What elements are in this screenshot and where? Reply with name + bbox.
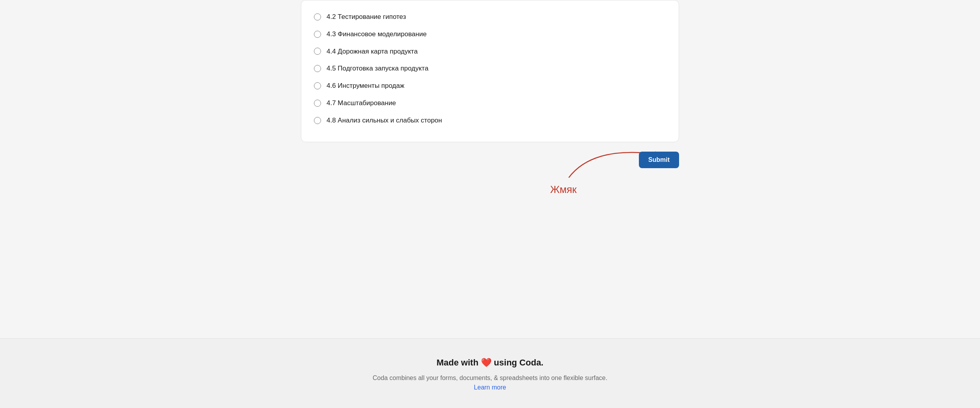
radio-label-opt44[interactable]: 4.4 Дорожная карта продукта [327, 47, 418, 56]
footer-description: Coda combines all your forms, documents,… [372, 373, 608, 392]
radio-input-opt46[interactable] [314, 82, 321, 89]
radio-item[interactable]: 4.2 Тестирование гипотез [314, 8, 666, 26]
radio-label-opt43[interactable]: 4.3 Финансовое моделирование [327, 30, 427, 39]
radio-item[interactable]: 4.4 Дорожная карта продукта [314, 43, 666, 60]
radio-input-opt45[interactable] [314, 65, 321, 72]
radio-label-opt45[interactable]: 4.5 Подготовка запуска продукта [327, 64, 429, 73]
footer-made-with-text: Made with ❤️ using Coda. [8, 358, 972, 368]
footer-description-text: Coda combines all your forms, documents,… [373, 375, 607, 381]
radio-item[interactable]: 4.7 Масштабирование [314, 95, 666, 112]
radio-input-opt42[interactable] [314, 13, 321, 20]
footer-heart-icon: ❤️ [481, 358, 494, 367]
submit-button[interactable]: Submit [639, 152, 679, 168]
radio-input-opt47[interactable] [314, 100, 321, 107]
footer: Made with ❤️ using Coda. Coda combines a… [0, 338, 980, 408]
footer-learn-more-link[interactable]: Learn more [474, 384, 506, 391]
radio-item[interactable]: 4.5 Подготовка запуска продукта [314, 60, 666, 77]
submit-area: Жмяк Submit [301, 142, 679, 197]
radio-label-opt47[interactable]: 4.7 Масштабирование [327, 98, 396, 108]
radio-label-opt42[interactable]: 4.2 Тестирование гипотез [327, 12, 406, 22]
radio-input-opt43[interactable] [314, 31, 321, 38]
radio-item[interactable]: 4.3 Финансовое моделирование [314, 26, 666, 43]
radio-input-opt48[interactable] [314, 117, 321, 124]
footer-made-with-prefix: Made with [436, 358, 478, 367]
main-content: 4.2 Тестирование гипотез4.3 Финансовое м… [0, 0, 980, 338]
radio-options-list: 4.2 Тестирование гипотез4.3 Финансовое м… [314, 8, 666, 129]
radio-item[interactable]: 4.6 Инструменты продаж [314, 77, 666, 95]
form-card: 4.2 Тестирование гипотез4.3 Финансовое м… [301, 0, 679, 142]
radio-item[interactable]: 4.8 Анализ сильных и слабых сторон [314, 112, 666, 129]
radio-input-opt44[interactable] [314, 48, 321, 55]
radio-label-opt48[interactable]: 4.8 Анализ сильных и слабых сторон [327, 116, 442, 125]
footer-made-with-suffix: using Coda. [494, 358, 544, 367]
radio-label-opt46[interactable]: 4.6 Инструменты продаж [327, 81, 405, 91]
